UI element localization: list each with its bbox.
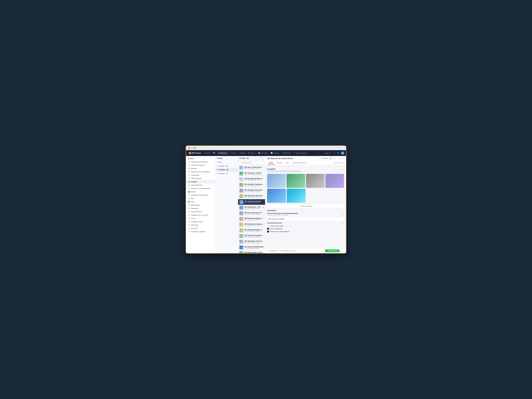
nav-tasks[interactable]: Tasks □ [323, 152, 332, 154]
sidebar-item-kategorien-formulare[interactable]: ⊞Kategorien der Formulare › [186, 213, 215, 217]
project-card-260[interactable]: 260. Hamburg Barmbek, F... DE | Typ: Neu… [238, 228, 265, 233]
star-action-icon[interactable]: ✦ [333, 157, 335, 160]
sidebar-item-kategorien-inhalts[interactable]: ⊞Kategorien der Inhaltsseiten › [186, 170, 215, 173]
nav-help-icon[interactable]: ? [333, 152, 335, 155]
image-card-1[interactable]: ⠿ ⋯ [267, 174, 286, 188]
proj-item-en[interactable]: ⊞ Projekte - EN › [215, 164, 238, 168]
projects-search-input[interactable] [239, 161, 264, 164]
refresh-icon-2[interactable]: ↺ [343, 214, 344, 215]
checkbox-box-verglasung[interactable]: ✓ [267, 228, 269, 230]
nav-item-schedules[interactable]: 📅 Schedules [257, 152, 269, 155]
proj-item-ru[interactable]: ⊞ Projekte - RU › [215, 171, 238, 175]
image-menu-4[interactable]: ⋯ [342, 185, 343, 187]
image-card-2[interactable]: ⠿ ⋯ [286, 174, 305, 188]
project-card-235[interactable]: 235. Erlenbach, Krankenha... DE | Typ: B… [238, 188, 265, 194]
project-card-265[interactable]: 265. Bad Kissingen, Kissin... DE | Typ: … [238, 250, 265, 253]
project-card-205[interactable]: 205. Hamburg Stellingen, F... DE | Typ: … [238, 216, 265, 222]
project-card-190[interactable]: 190. Norderstedt, Ulzburge... DE | Typ: … [238, 222, 265, 228]
sidebar-item-vorlage-geschaeft[interactable]: ☰Vorlage der Geschäftsstelle... › [186, 187, 215, 190]
project-card-225[interactable]: 225. Fuldatal, Eichenberge... DE | Typ: … [238, 233, 265, 239]
sidebar-item-berater[interactable]: 👥Berater › [186, 190, 215, 193]
ai-magic-icon-3[interactable]: ✦ [340, 222, 342, 224]
traffic-light-maximize[interactable] [194, 147, 196, 149]
comment-icon[interactable]: 💬 [329, 157, 332, 160]
sidebar-item-autor[interactable]: 👤Autor › [186, 200, 215, 203]
nav-item-analytics[interactable]: 📊 Analytics [269, 152, 281, 155]
checkbox-badezimmer[interactable]: ✓ Badezimmer Vollausstattung [267, 231, 344, 233]
project-card-250[interactable]: 250. Bad Rodach, Thermal... DE | Typ: Ne… [238, 239, 265, 245]
sidebar-item-uebersichtsseite[interactable]: ☰Übersichtsseite › [186, 177, 215, 180]
tab-incoming-refs[interactable]: Incoming References [291, 161, 309, 165]
image-card-5[interactable]: ⠿ ⋯ [267, 189, 286, 203]
image-card-3[interactable]: ⠿ ⋯ [306, 174, 325, 188]
image-card-4[interactable]: ⠿ ⋯ [325, 174, 344, 188]
ai-magic-icon[interactable]: ✦ [340, 169, 342, 171]
add-element-button[interactable]: + Element hinzufügen [267, 204, 344, 208]
translations-button[interactable]: ✕ Translations [319, 158, 328, 159]
more-projects-icon[interactable]: ⋯ [262, 157, 264, 159]
proj-item-alle[interactable]: ⊞ Alle › [215, 160, 238, 164]
sidebar-item-umfrage[interactable]: ◎Umfrage Funnels › [186, 220, 215, 223]
nav-item-studio[interactable]: ✕ Studio Language [292, 152, 309, 155]
project-card-200[interactable]: 200. Damp an der Ostsee... DE | Typ: Bes… [238, 199, 265, 205]
sidebar-item-projekte[interactable]: ⊞Projekte › [186, 180, 215, 184]
project-card-290[interactable]: 290. Peine, Theodor-Heus... DE | Typ: Ne… [238, 165, 265, 171]
publish-button[interactable]: ↑ Veröffentlichen [325, 249, 340, 252]
zusammenfassung-input[interactable] [267, 217, 344, 221]
checkbox-box-smart-home[interactable] [267, 225, 269, 227]
nav-item-structure[interactable]: ⊞ Structure [217, 152, 228, 155]
refresh-icon[interactable]: ↺ [343, 169, 344, 171]
sidebar-item-blog[interactable]: ☰Blog › [186, 197, 215, 200]
sidebar-item-vorlage-berater[interactable]: ☰Vorlage der Beraterseite › [186, 193, 215, 197]
close-editor-icon[interactable]: ✕ [342, 157, 344, 160]
sidebar-item-forms[interactable]: ☰Forms › [186, 217, 215, 220]
sidebar-item-unternehmen[interactable]: ⚙Unternehmensprofil › [186, 164, 215, 167]
image-menu-1[interactable]: ⋯ [284, 185, 285, 187]
sidebar-item-allgemeine[interactable]: ⚙Allgemeine Einstellungen › [186, 160, 215, 164]
split-icon[interactable]: ⊡ [339, 157, 341, 160]
nav-item-vision[interactable]: 👁 Vision [228, 152, 238, 155]
image-menu-3[interactable]: ⋯ [323, 185, 324, 187]
project-card-300a[interactable]: 300. Test Evelan - Sold M... DE | Typ: N… [238, 171, 265, 177]
project-card-280[interactable]: 280. Bad Rodach Bad Roda... DE | Typ: Ne… [238, 194, 265, 199]
project-card-295[interactable]: 295. Kiel, Insterburger Str... DE | Typ:… [238, 211, 265, 216]
nav-search-icon[interactable]: 🔍 [212, 151, 216, 155]
project-card-215[interactable]: 215. Kaltenkirchen – DFK ... DE | Typ: N… [238, 205, 265, 211]
revision-selector[interactable]: Latest revision ▾ [334, 162, 344, 164]
tab-seo[interactable]: SEO [284, 161, 291, 165]
image-menu-6[interactable]: ⋯ [304, 201, 305, 202]
nav-item-media[interactable]: ⊡ Media [238, 152, 247, 155]
traffic-light-minimize[interactable] [191, 147, 193, 149]
nav-user-icon[interactable]: 👤 [336, 152, 340, 155]
nav-item-videos[interactable]: ▶ Videos [247, 152, 256, 155]
nav-item-website[interactable]: 🌐 Website [281, 152, 292, 155]
checkbox-smart-home[interactable]: Smart-Home Ready [267, 225, 344, 227]
sidebar-item-geschaeftsstellen[interactable]: ⊞Geschäftsstellen › [186, 184, 215, 187]
avatar[interactable]: DS [341, 152, 344, 155]
sidebar-item-blog-vorlage[interactable]: ⊞Blog Vorlage › [186, 203, 215, 207]
sidebar-item-ai-context[interactable]: ◈AI context › [186, 227, 215, 230]
sidebar-item-kundenstimmen[interactable]: ★Kundenstimmen › [186, 210, 215, 213]
project-card-255[interactable]: 255. Damp, Passatring Damp DE | Typ: Neu… [238, 245, 265, 250]
sidebar-item-media-tag[interactable]: 🏷Media Tag › [186, 223, 215, 227]
refresh-icon-3[interactable]: ↺ [343, 222, 344, 224]
sidebar-item-inhaltsseiten[interactable]: ☰Inhaltsseiten › [186, 173, 215, 177]
project-card-300b[interactable]: 300. Bad Oldesloe Metropo... DE | Typ: N… [238, 177, 265, 182]
nav-create-button[interactable]: + Erstellen [203, 152, 212, 154]
image-menu-2[interactable]: ⋯ [303, 185, 305, 187]
sidebar-item-analytics[interactable]: 📊Analytics › [186, 167, 215, 170]
image-card-6[interactable]: ⠿ ⋯ [287, 189, 306, 203]
tab-preview[interactable]: Preview [275, 161, 284, 165]
more-action-icon[interactable]: ⋯ [336, 157, 338, 160]
traffic-light-close[interactable] [188, 147, 190, 149]
add-project-icon[interactable]: + [260, 157, 261, 159]
tab-editor[interactable]: Editor [267, 161, 275, 165]
proj-item-de[interactable]: ⊞ Projekte - DE › [215, 168, 238, 171]
nav-logo[interactable]: ✦ DFK Group [188, 152, 202, 155]
image-menu-5[interactable]: ⋯ [284, 201, 285, 202]
checkbox-verglasung[interactable]: ✓ 3-fach Verglasung [267, 228, 344, 230]
ai-magic-icon-2[interactable]: ✦ [340, 214, 342, 215]
bottom-more-button[interactable]: ⋯ [340, 249, 344, 252]
project-card-165[interactable]: 165. Erlenbach, Krankenha... DE | Typ: B… [238, 182, 265, 188]
sidebar-item-kategorien[interactable]: ⚙Kategorien › [186, 207, 215, 210]
